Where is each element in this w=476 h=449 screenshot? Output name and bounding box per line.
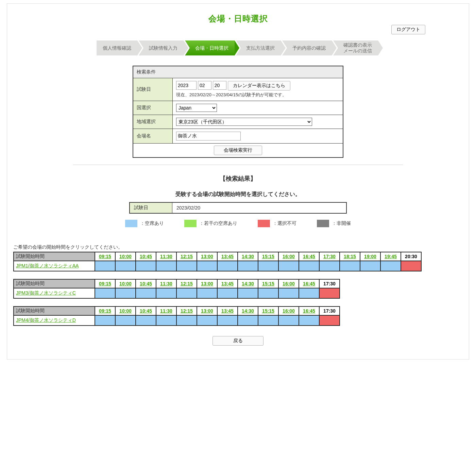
slot-cell[interactable] xyxy=(278,261,299,271)
select-region[interactable]: 東京23区（千代田区） xyxy=(176,118,312,126)
time-header-link[interactable]: 16:45 xyxy=(303,308,315,314)
slot-cell[interactable] xyxy=(95,288,115,298)
slot-cell[interactable] xyxy=(217,315,238,326)
time-header[interactable]: 11:30 xyxy=(156,279,176,288)
calendar-button[interactable]: カレンダー表示はこちら xyxy=(228,81,290,90)
slot-cell[interactable] xyxy=(278,288,299,298)
time-header[interactable]: 09:15 xyxy=(95,279,115,288)
venue-cell[interactable]: JPM4/御茶ノ水ソラシティD xyxy=(14,315,95,326)
slot-cell[interactable] xyxy=(95,315,115,326)
time-header[interactable]: 11:30 xyxy=(156,306,176,315)
time-header[interactable]: 10:45 xyxy=(136,279,156,288)
slot-cell[interactable] xyxy=(380,261,401,271)
logout-button[interactable]: ログアウト xyxy=(391,25,425,34)
slot-cell[interactable] xyxy=(156,261,176,271)
time-header-link[interactable]: 09:15 xyxy=(99,254,111,259)
time-header[interactable]: 16:45 xyxy=(299,252,319,261)
time-header[interactable]: 13:00 xyxy=(197,306,217,315)
time-header[interactable]: 10:00 xyxy=(115,252,136,261)
slot-cell[interactable] xyxy=(258,261,278,271)
time-header-link[interactable]: 15:15 xyxy=(262,281,274,286)
time-header[interactable]: 18:15 xyxy=(340,252,360,261)
slot-cell[interactable] xyxy=(258,315,278,326)
time-header-link[interactable]: 13:45 xyxy=(221,308,234,314)
time-header[interactable]: 19:45 xyxy=(380,252,401,261)
slot-cell[interactable] xyxy=(115,288,136,298)
venue-link[interactable]: JPM1/御茶ノ水ソラシティAA xyxy=(16,263,79,268)
time-header[interactable]: 12:15 xyxy=(176,279,197,288)
time-header[interactable]: 13:45 xyxy=(217,252,238,261)
slot-cell[interactable] xyxy=(238,261,258,271)
slot-cell[interactable] xyxy=(217,288,238,298)
time-header-link[interactable]: 12:15 xyxy=(181,308,193,314)
time-header[interactable]: 19:00 xyxy=(360,252,380,261)
time-header[interactable]: 10:00 xyxy=(115,279,136,288)
time-header-link[interactable]: 13:45 xyxy=(221,254,234,259)
slot-cell[interactable] xyxy=(115,315,136,326)
time-header-link[interactable]: 10:00 xyxy=(119,308,132,314)
slot-cell[interactable] xyxy=(176,261,197,271)
time-header[interactable]: 14:30 xyxy=(238,306,258,315)
time-header-link[interactable]: 16:45 xyxy=(303,254,315,259)
time-header[interactable]: 10:45 xyxy=(136,252,156,261)
slot-cell[interactable] xyxy=(136,315,156,326)
time-header[interactable]: 16:00 xyxy=(278,306,299,315)
slot-cell[interactable] xyxy=(258,288,278,298)
slot-cell[interactable] xyxy=(95,261,115,271)
slot-cell[interactable] xyxy=(176,288,197,298)
time-header[interactable]: 17:30 xyxy=(319,252,340,261)
time-header-link[interactable]: 10:00 xyxy=(119,254,132,259)
time-header-link[interactable]: 13:00 xyxy=(201,281,213,286)
time-header[interactable]: 15:15 xyxy=(258,306,278,315)
venue-cell[interactable]: JPM1/御茶ノ水ソラシティAA xyxy=(14,261,95,271)
time-header-link[interactable]: 15:15 xyxy=(262,254,274,259)
time-header[interactable]: 10:00 xyxy=(115,306,136,315)
time-header-link[interactable]: 12:15 xyxy=(181,254,193,259)
input-venue[interactable] xyxy=(176,132,241,140)
slot-cell[interactable] xyxy=(299,315,319,326)
slot-cell[interactable] xyxy=(197,261,217,271)
slot-cell[interactable] xyxy=(238,288,258,298)
slot-cell[interactable] xyxy=(360,261,380,271)
time-header[interactable]: 15:15 xyxy=(258,279,278,288)
time-header[interactable]: 09:15 xyxy=(95,306,115,315)
time-header[interactable]: 13:00 xyxy=(197,279,217,288)
time-header-link[interactable]: 16:00 xyxy=(283,254,295,259)
slot-cell[interactable] xyxy=(136,288,156,298)
slot-cell[interactable] xyxy=(197,288,217,298)
time-header-link[interactable]: 11:30 xyxy=(160,254,172,259)
time-header[interactable]: 13:45 xyxy=(217,279,238,288)
time-header[interactable]: 11:30 xyxy=(156,252,176,261)
slot-cell[interactable] xyxy=(319,261,340,271)
time-header[interactable]: 12:15 xyxy=(176,306,197,315)
slot-cell[interactable] xyxy=(278,315,299,326)
slot-cell[interactable] xyxy=(238,315,258,326)
venue-link[interactable]: JPM4/御茶ノ水ソラシティD xyxy=(16,317,76,323)
time-header[interactable]: 12:15 xyxy=(176,252,197,261)
input-month[interactable] xyxy=(198,81,211,90)
slot-cell[interactable] xyxy=(156,315,176,326)
slot-cell[interactable] xyxy=(217,261,238,271)
slot-cell[interactable] xyxy=(176,315,197,326)
time-header-link[interactable]: 16:45 xyxy=(303,281,315,286)
time-header[interactable]: 16:00 xyxy=(278,279,299,288)
time-header-link[interactable]: 14:30 xyxy=(242,281,254,286)
time-header-link[interactable]: 16:00 xyxy=(283,308,295,314)
slot-cell[interactable] xyxy=(299,261,319,271)
back-button[interactable]: 戻る xyxy=(213,336,264,346)
time-header[interactable]: 10:45 xyxy=(136,306,156,315)
select-country[interactable]: Japan xyxy=(176,104,217,112)
slot-cell[interactable] xyxy=(115,261,136,271)
search-button[interactable]: 会場検索実行 xyxy=(214,146,262,155)
time-header-link[interactable]: 16:00 xyxy=(283,281,295,286)
time-header-link[interactable]: 19:00 xyxy=(364,254,376,259)
venue-cell[interactable]: JPM3/御茶ノ水ソラシティC xyxy=(14,288,95,298)
time-header-link[interactable]: 19:45 xyxy=(385,254,397,259)
input-year[interactable] xyxy=(176,81,197,90)
time-header-link[interactable]: 18:15 xyxy=(344,254,356,259)
time-header[interactable]: 16:00 xyxy=(278,252,299,261)
time-header-link[interactable]: 13:00 xyxy=(201,254,213,259)
time-header-link[interactable]: 13:45 xyxy=(221,281,234,286)
time-header-link[interactable]: 14:30 xyxy=(242,254,254,259)
slot-cell[interactable] xyxy=(340,261,360,271)
